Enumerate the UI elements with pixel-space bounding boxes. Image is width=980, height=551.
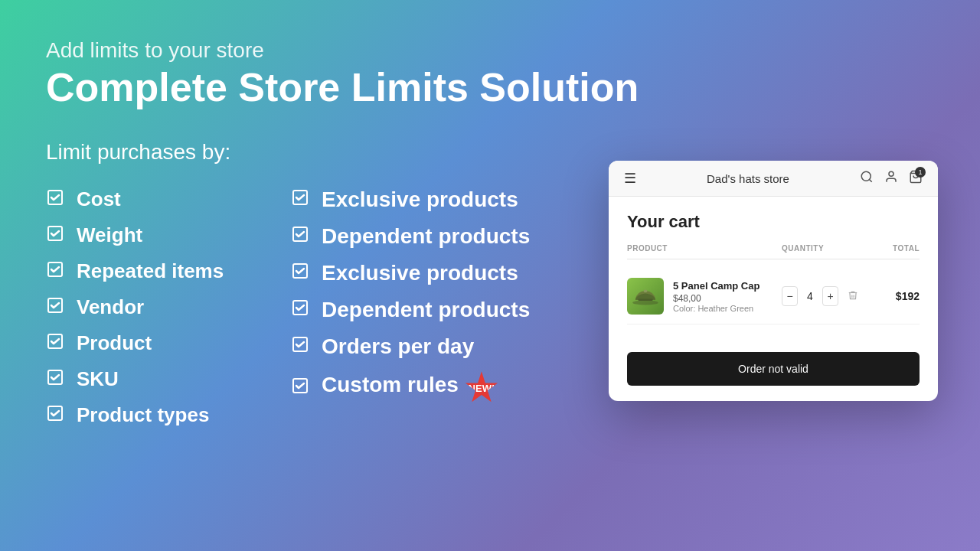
check-icon <box>46 404 66 427</box>
col-quantity: QUANTITY <box>782 244 858 253</box>
svg-line-14 <box>869 179 871 181</box>
new-badge: NEW! <box>465 371 498 405</box>
feature-item-cost: Cost <box>46 183 291 216</box>
cart-mockup: ☰ Dad's hats store 1 Your cart PRODUCT Q… <box>609 161 938 401</box>
right-feature-col: Exclusive products Dependent products Ex… <box>291 183 582 432</box>
check-icon <box>46 260 66 283</box>
cart-title: Your cart <box>627 212 920 232</box>
check-icon <box>291 377 311 399</box>
main-title: Complete Store Limits Solution <box>46 66 934 109</box>
cart-footer: Order not valid <box>609 340 938 401</box>
check-icon <box>291 335 311 358</box>
feature-label: Weight <box>77 223 142 247</box>
feature-label: Repeated items <box>77 259 224 283</box>
svg-point-15 <box>889 171 893 176</box>
product-name: 5 Panel Camp Cap <box>673 280 760 292</box>
quantity-value: 4 <box>804 290 816 302</box>
main-container: Add limits to your store Complete Store … <box>0 0 980 551</box>
feature-item-dependent-products-1: Dependent products <box>291 220 582 253</box>
feature-item-dependent-products-2: Dependent products <box>291 293 582 327</box>
svg-rect-18 <box>638 299 652 301</box>
feature-label: Custom rulesNEW! <box>322 371 498 405</box>
svg-point-13 <box>861 171 871 181</box>
check-icon <box>46 188 66 211</box>
feature-label: Vendor <box>77 295 144 319</box>
check-icon <box>291 225 311 248</box>
check-icon <box>46 332 66 355</box>
cart-body: Your cart PRODUCT QUANTITY TOTAL <box>609 197 938 340</box>
feature-label: Cost <box>77 187 121 211</box>
feature-item-weight: Weight <box>46 219 291 252</box>
cart-header: ☰ Dad's hats store 1 <box>609 161 938 197</box>
quantity-control: − 4 + <box>782 286 858 306</box>
feature-item-repeated-items: Repeated items <box>46 255 291 288</box>
feature-label: Dependent products <box>322 298 530 322</box>
quantity-increase[interactable]: + <box>822 286 838 306</box>
header-icons: 1 <box>860 170 923 187</box>
feature-item-custom-rules: Custom rulesNEW! <box>291 367 582 409</box>
svg-point-19 <box>644 290 648 293</box>
left-feature-col: Cost Weight Repeated items <box>46 183 291 432</box>
svg-point-17 <box>632 300 658 305</box>
feature-item-exclusive-products-2: Exclusive products <box>291 256 582 290</box>
product-image <box>627 278 664 315</box>
col-total: TOTAL <box>858 244 920 253</box>
cart-icon[interactable]: 1 <box>909 170 923 187</box>
feature-item-product: Product <box>46 327 291 360</box>
quantity-decrease[interactable]: − <box>782 286 798 306</box>
check-icon <box>46 224 66 247</box>
order-invalid-button[interactable]: Order not valid <box>627 352 920 386</box>
feature-item-vendor: Vendor <box>46 291 291 324</box>
product-info: 5 Panel Camp Cap $48,00 Color: Heather G… <box>673 280 760 313</box>
delete-icon[interactable] <box>848 290 858 303</box>
feature-item-sku: SKU <box>46 363 291 396</box>
cart-item: 5 Panel Camp Cap $48,00 Color: Heather G… <box>627 269 920 324</box>
product-price: $48,00 <box>673 293 760 304</box>
check-icon <box>291 188 311 211</box>
col-product: PRODUCT <box>627 244 782 253</box>
feature-label: Exclusive products <box>322 261 518 285</box>
menu-icon: ☰ <box>624 170 636 187</box>
subtitle: Add limits to your store <box>46 38 934 63</box>
feature-label: SKU <box>77 367 119 391</box>
cart-table-header: PRODUCT QUANTITY TOTAL <box>627 244 920 259</box>
feature-label: Product types <box>77 403 209 427</box>
user-icon[interactable] <box>884 170 898 187</box>
cart-count: 1 <box>915 167 926 178</box>
store-name: Dad's hats store <box>707 172 789 185</box>
check-icon <box>46 368 66 391</box>
product-variant: Color: Heather Green <box>673 304 760 313</box>
feature-item-orders-per-day: Orders per day <box>291 330 582 364</box>
feature-item-product-types: Product types <box>46 399 291 432</box>
feature-item-exclusive-products-1: Exclusive products <box>291 183 582 217</box>
feature-label: Orders per day <box>322 334 474 359</box>
check-icon <box>46 296 66 319</box>
item-total: $192 <box>858 290 920 302</box>
feature-label: Product <box>77 331 152 355</box>
check-icon <box>291 262 311 285</box>
feature-label: Exclusive products <box>322 187 518 212</box>
cart-product: 5 Panel Camp Cap $48,00 Color: Heather G… <box>627 278 782 315</box>
feature-label: Dependent products <box>322 224 530 249</box>
search-icon[interactable] <box>860 170 874 187</box>
check-icon <box>291 298 311 321</box>
